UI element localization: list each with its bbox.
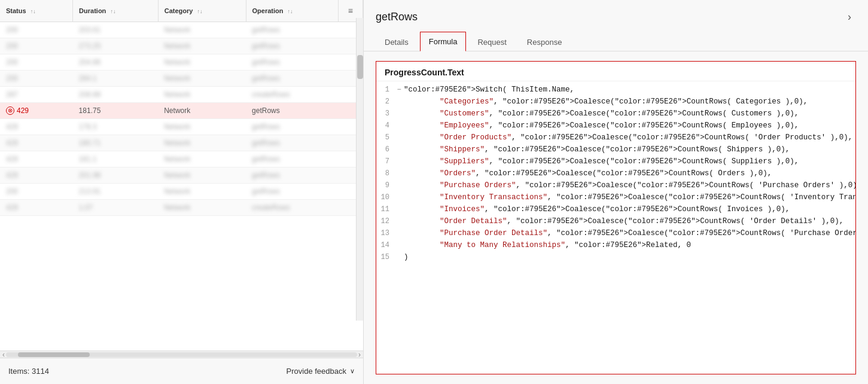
status-value: 200 xyxy=(6,26,18,34)
line-number: 7 xyxy=(376,157,394,166)
cell-category: Network xyxy=(158,184,246,200)
duration-value: 180.71 xyxy=(79,139,101,147)
horizontal-scrollbar[interactable]: ‹ › xyxy=(0,351,363,358)
code-line: 1−"color:#795E26">Switch( ThisItem.Name, xyxy=(376,85,855,97)
table-row[interactable]: 200273.25NetworkgetRows xyxy=(0,38,363,54)
operation-value: getRows xyxy=(252,58,280,66)
line-number: 8 xyxy=(376,169,394,178)
cell-duration: 204.86 xyxy=(73,54,159,71)
operation-value: getRows xyxy=(252,26,280,34)
col-operation-sort-icon[interactable]: ↑↓ xyxy=(288,8,293,14)
code-text: "color:#795E26">Switch( ThisItem.Name, xyxy=(404,86,574,94)
cell-category: Network xyxy=(158,103,246,119)
table-menu-icon[interactable]: ≡ xyxy=(345,5,357,17)
cell-duration: 208.88 xyxy=(73,87,159,103)
tab-request[interactable]: Request xyxy=(468,32,515,51)
collapse-icon[interactable]: − xyxy=(394,86,404,94)
col-status: Status ↑↓ xyxy=(0,0,73,22)
left-panel: Status ↑↓ Duration ↑↓ Category ↑↓ Operat… xyxy=(0,0,364,384)
code-text: ) xyxy=(404,253,409,261)
operation-value: getRows xyxy=(252,139,280,147)
status-value: 429 xyxy=(17,106,29,115)
cell-category: Network xyxy=(158,71,246,87)
table-row[interactable]: 200204.86NetworkgetRows xyxy=(0,54,363,71)
col-duration-sort-icon[interactable]: ↑↓ xyxy=(110,8,115,14)
tab-details[interactable]: Details xyxy=(376,32,418,51)
cell-operation: getRows xyxy=(246,103,338,119)
table-row[interactable]: 4291.07NetworkcreateRows xyxy=(0,200,363,216)
col-operation: Operation ↑↓ xyxy=(246,0,338,22)
operation-value: createRows xyxy=(252,90,290,99)
category-value: Network xyxy=(164,74,190,83)
cell-status: 200 xyxy=(0,38,73,54)
duration-value: 201.98 xyxy=(79,171,101,179)
col-status-sort-icon[interactable]: ↑↓ xyxy=(31,8,36,14)
operation-value: getRows xyxy=(252,123,280,131)
line-number: 3 xyxy=(376,109,394,118)
code-content[interactable]: 1−"color:#795E26">Switch( ThisItem.Name,… xyxy=(376,81,855,374)
cell-category: Network xyxy=(158,135,246,151)
feedback-button[interactable]: Provide feedback ∨ xyxy=(287,367,355,376)
table-row[interactable]: 200284.1NetworkgetRows xyxy=(0,71,363,87)
cell-operation: getRows xyxy=(246,22,338,38)
code-text: "Orders", "color:#795E26">Coalesce("colo… xyxy=(404,169,772,178)
category-value: Network xyxy=(164,26,190,34)
line-number: 5 xyxy=(376,133,394,142)
code-text: "Purchase Order Details", "color:#795E26… xyxy=(404,229,855,237)
left-scrollbar[interactable] xyxy=(356,18,363,321)
cell-category: Network xyxy=(158,151,246,167)
status-value: 429 xyxy=(6,171,18,179)
table-row[interactable]: 200203.61NetworkgetRows xyxy=(0,22,363,38)
category-value: Network xyxy=(164,42,190,50)
duration-value: 181.75 xyxy=(79,106,101,115)
category-value: Network xyxy=(164,106,190,115)
line-number: 4 xyxy=(376,121,394,130)
table-row[interactable]: 200213.91NetworkgetRows xyxy=(0,184,363,200)
operation-value: getRows xyxy=(252,171,280,179)
line-number: 12 xyxy=(376,217,394,225)
line-number: 10 xyxy=(376,193,394,202)
code-line: 5 "Order Products", "color:#795E26">Coal… xyxy=(376,133,855,145)
code-line: 7 "Suppliers", "color:#795E26">Coalesce(… xyxy=(376,157,855,169)
cell-status: 200 xyxy=(0,22,73,38)
scrollbar-track[interactable] xyxy=(6,352,357,357)
col-category: Category ↑↓ xyxy=(158,0,246,22)
status-value: 200 xyxy=(6,42,18,50)
cell-status: 200 xyxy=(0,184,73,200)
cell-operation: getRows xyxy=(246,151,338,167)
table-row[interactable]: 429181.1NetworkgetRows xyxy=(0,151,363,167)
status-value: 429 xyxy=(6,139,18,147)
code-line: 13 "Purchase Order Details", "color:#795… xyxy=(376,228,855,240)
cell-status: 429 xyxy=(0,200,73,216)
left-scrollbar-thumb[interactable] xyxy=(357,55,363,79)
table-row[interactable]: ⊗429181.75NetworkgetRows xyxy=(0,103,363,119)
cell-category: Network xyxy=(158,54,246,71)
category-value: Network xyxy=(164,155,190,163)
bottom-bar: Items: 3114 Provide feedback ∨ xyxy=(0,358,363,384)
cell-operation: getRows xyxy=(246,119,338,135)
error-icon: ⊗ xyxy=(6,106,14,115)
col-category-sort-icon[interactable]: ↑↓ xyxy=(197,8,202,14)
operation-value: getRows xyxy=(252,187,280,196)
scroll-right-icon[interactable]: › xyxy=(358,351,361,359)
table-row[interactable]: 429180.71NetworkgetRows xyxy=(0,135,363,151)
tab-formula[interactable]: Formula xyxy=(420,32,467,51)
table-row[interactable]: 429201.98NetworkgetRows xyxy=(0,167,363,184)
tab-response[interactable]: Response xyxy=(518,32,571,51)
scroll-left-icon[interactable]: ‹ xyxy=(2,351,5,359)
category-value: Network xyxy=(164,139,190,147)
cell-operation: getRows xyxy=(246,135,338,151)
code-text: "Purchase Orders", "color:#795E26">Coale… xyxy=(404,181,855,190)
col-duration: Duration ↑↓ xyxy=(73,0,159,22)
cell-duration: 1.07 xyxy=(73,200,159,216)
table-row[interactable]: 429178.3NetworkgetRows xyxy=(0,119,363,135)
operation-value: getRows xyxy=(252,42,280,50)
close-panel-button[interactable]: › xyxy=(843,8,856,26)
cell-duration: 181.1 xyxy=(73,151,159,167)
scrollbar-thumb[interactable] xyxy=(18,352,90,357)
table-row[interactable]: 287208.88NetworkcreateRows xyxy=(0,87,363,103)
code-line: 8 "Orders", "color:#795E26">Coalesce("co… xyxy=(376,169,855,181)
duration-value: 284.1 xyxy=(79,74,97,83)
code-text: "Customers", "color:#795E26">Coalesce("c… xyxy=(404,109,799,118)
code-text: "Order Products", "color:#795E26">Coales… xyxy=(404,133,852,142)
